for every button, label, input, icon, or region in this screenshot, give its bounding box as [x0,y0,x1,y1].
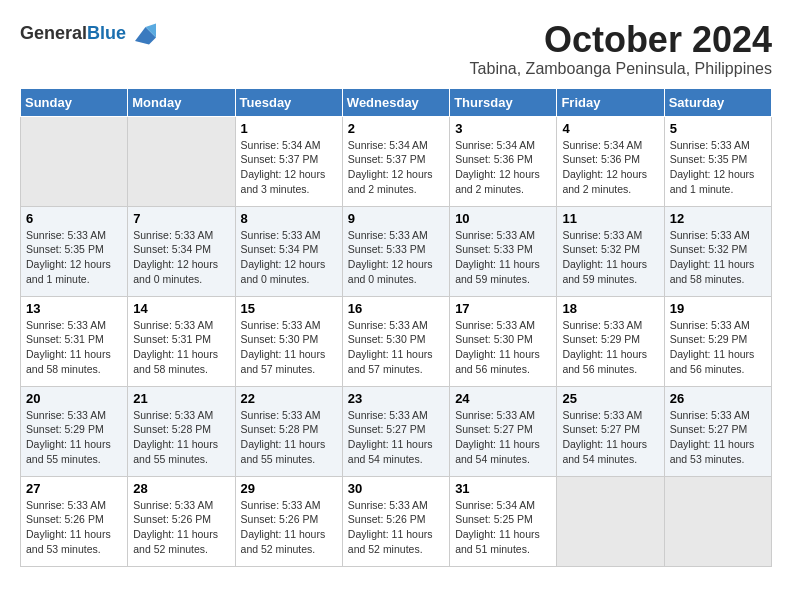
logo-general: General [20,23,87,43]
calendar-day-cell: 6Sunrise: 5:33 AM Sunset: 5:35 PM Daylig… [21,206,128,296]
calendar-day-cell: 12Sunrise: 5:33 AM Sunset: 5:32 PM Dayli… [664,206,771,296]
calendar-day-cell: 24Sunrise: 5:33 AM Sunset: 5:27 PM Dayli… [450,386,557,476]
calendar-day-cell: 9Sunrise: 5:33 AM Sunset: 5:33 PM Daylig… [342,206,449,296]
day-info: Sunrise: 5:33 AM Sunset: 5:26 PM Dayligh… [26,498,122,557]
day-number: 15 [241,301,337,316]
day-info: Sunrise: 5:33 AM Sunset: 5:33 PM Dayligh… [348,228,444,287]
calendar-table: SundayMondayTuesdayWednesdayThursdayFrid… [20,88,772,567]
day-number: 24 [455,391,551,406]
calendar-day-cell: 18Sunrise: 5:33 AM Sunset: 5:29 PM Dayli… [557,296,664,386]
day-number: 22 [241,391,337,406]
day-info: Sunrise: 5:34 AM Sunset: 5:25 PM Dayligh… [455,498,551,557]
calendar-day-cell: 15Sunrise: 5:33 AM Sunset: 5:30 PM Dayli… [235,296,342,386]
calendar-day-cell: 31Sunrise: 5:34 AM Sunset: 5:25 PM Dayli… [450,476,557,566]
day-info: Sunrise: 5:33 AM Sunset: 5:28 PM Dayligh… [133,408,229,467]
day-number: 5 [670,121,766,136]
day-number: 7 [133,211,229,226]
calendar-day-cell: 8Sunrise: 5:33 AM Sunset: 5:34 PM Daylig… [235,206,342,296]
calendar-day-cell: 16Sunrise: 5:33 AM Sunset: 5:30 PM Dayli… [342,296,449,386]
calendar-day-cell: 17Sunrise: 5:33 AM Sunset: 5:30 PM Dayli… [450,296,557,386]
day-info: Sunrise: 5:33 AM Sunset: 5:34 PM Dayligh… [133,228,229,287]
weekday-header: Sunday [21,88,128,116]
calendar-day-cell: 30Sunrise: 5:33 AM Sunset: 5:26 PM Dayli… [342,476,449,566]
weekday-header: Thursday [450,88,557,116]
day-info: Sunrise: 5:34 AM Sunset: 5:36 PM Dayligh… [562,138,658,197]
day-info: Sunrise: 5:34 AM Sunset: 5:36 PM Dayligh… [455,138,551,197]
day-number: 28 [133,481,229,496]
day-number: 29 [241,481,337,496]
day-info: Sunrise: 5:33 AM Sunset: 5:27 PM Dayligh… [562,408,658,467]
day-info: Sunrise: 5:33 AM Sunset: 5:31 PM Dayligh… [133,318,229,377]
day-info: Sunrise: 5:33 AM Sunset: 5:28 PM Dayligh… [241,408,337,467]
day-number: 6 [26,211,122,226]
calendar-body: 1Sunrise: 5:34 AM Sunset: 5:37 PM Daylig… [21,116,772,566]
logo-icon [128,20,156,48]
calendar-header: SundayMondayTuesdayWednesdayThursdayFrid… [21,88,772,116]
calendar-day-cell: 23Sunrise: 5:33 AM Sunset: 5:27 PM Dayli… [342,386,449,476]
day-info: Sunrise: 5:33 AM Sunset: 5:31 PM Dayligh… [26,318,122,377]
calendar-day-cell: 21Sunrise: 5:33 AM Sunset: 5:28 PM Dayli… [128,386,235,476]
calendar-day-cell: 5Sunrise: 5:33 AM Sunset: 5:35 PM Daylig… [664,116,771,206]
calendar-week-row: 13Sunrise: 5:33 AM Sunset: 5:31 PM Dayli… [21,296,772,386]
calendar-week-row: 27Sunrise: 5:33 AM Sunset: 5:26 PM Dayli… [21,476,772,566]
calendar-day-cell: 28Sunrise: 5:33 AM Sunset: 5:26 PM Dayli… [128,476,235,566]
day-info: Sunrise: 5:33 AM Sunset: 5:26 PM Dayligh… [133,498,229,557]
day-info: Sunrise: 5:33 AM Sunset: 5:30 PM Dayligh… [241,318,337,377]
title-block: October 2024 Tabina, Zamboanga Peninsula… [470,20,772,78]
day-number: 19 [670,301,766,316]
day-info: Sunrise: 5:33 AM Sunset: 5:29 PM Dayligh… [562,318,658,377]
weekday-header: Monday [128,88,235,116]
calendar-day-cell: 19Sunrise: 5:33 AM Sunset: 5:29 PM Dayli… [664,296,771,386]
day-info: Sunrise: 5:33 AM Sunset: 5:29 PM Dayligh… [26,408,122,467]
calendar-day-cell: 26Sunrise: 5:33 AM Sunset: 5:27 PM Dayli… [664,386,771,476]
calendar-day-cell: 3Sunrise: 5:34 AM Sunset: 5:36 PM Daylig… [450,116,557,206]
day-info: Sunrise: 5:33 AM Sunset: 5:35 PM Dayligh… [26,228,122,287]
day-number: 2 [348,121,444,136]
calendar-day-cell: 25Sunrise: 5:33 AM Sunset: 5:27 PM Dayli… [557,386,664,476]
page-header: GeneralBlue October 2024 Tabina, Zamboan… [20,20,772,78]
day-number: 21 [133,391,229,406]
day-number: 11 [562,211,658,226]
calendar-week-row: 1Sunrise: 5:34 AM Sunset: 5:37 PM Daylig… [21,116,772,206]
calendar-week-row: 20Sunrise: 5:33 AM Sunset: 5:29 PM Dayli… [21,386,772,476]
day-info: Sunrise: 5:33 AM Sunset: 5:32 PM Dayligh… [670,228,766,287]
calendar-day-cell: 14Sunrise: 5:33 AM Sunset: 5:31 PM Dayli… [128,296,235,386]
location: Tabina, Zamboanga Peninsula, Philippines [470,60,772,78]
calendar-day-cell: 1Sunrise: 5:34 AM Sunset: 5:37 PM Daylig… [235,116,342,206]
calendar-day-cell [21,116,128,206]
calendar-day-cell [664,476,771,566]
day-info: Sunrise: 5:33 AM Sunset: 5:27 PM Dayligh… [455,408,551,467]
day-number: 9 [348,211,444,226]
day-number: 16 [348,301,444,316]
day-info: Sunrise: 5:33 AM Sunset: 5:30 PM Dayligh… [348,318,444,377]
weekday-header: Wednesday [342,88,449,116]
day-number: 3 [455,121,551,136]
weekday-header: Tuesday [235,88,342,116]
day-info: Sunrise: 5:33 AM Sunset: 5:26 PM Dayligh… [348,498,444,557]
calendar-day-cell: 7Sunrise: 5:33 AM Sunset: 5:34 PM Daylig… [128,206,235,296]
day-number: 27 [26,481,122,496]
day-info: Sunrise: 5:33 AM Sunset: 5:27 PM Dayligh… [348,408,444,467]
calendar-day-cell [128,116,235,206]
day-info: Sunrise: 5:33 AM Sunset: 5:34 PM Dayligh… [241,228,337,287]
day-info: Sunrise: 5:33 AM Sunset: 5:35 PM Dayligh… [670,138,766,197]
day-number: 4 [562,121,658,136]
calendar-day-cell: 10Sunrise: 5:33 AM Sunset: 5:33 PM Dayli… [450,206,557,296]
calendar-day-cell: 2Sunrise: 5:34 AM Sunset: 5:37 PM Daylig… [342,116,449,206]
day-number: 1 [241,121,337,136]
month-year: October 2024 [470,20,772,60]
day-number: 17 [455,301,551,316]
day-info: Sunrise: 5:33 AM Sunset: 5:30 PM Dayligh… [455,318,551,377]
day-info: Sunrise: 5:34 AM Sunset: 5:37 PM Dayligh… [241,138,337,197]
calendar-day-cell [557,476,664,566]
calendar-week-row: 6Sunrise: 5:33 AM Sunset: 5:35 PM Daylig… [21,206,772,296]
day-number: 13 [26,301,122,316]
day-number: 8 [241,211,337,226]
day-number: 20 [26,391,122,406]
day-info: Sunrise: 5:33 AM Sunset: 5:29 PM Dayligh… [670,318,766,377]
day-number: 23 [348,391,444,406]
day-number: 30 [348,481,444,496]
calendar-day-cell: 4Sunrise: 5:34 AM Sunset: 5:36 PM Daylig… [557,116,664,206]
weekday-header: Saturday [664,88,771,116]
day-info: Sunrise: 5:34 AM Sunset: 5:37 PM Dayligh… [348,138,444,197]
